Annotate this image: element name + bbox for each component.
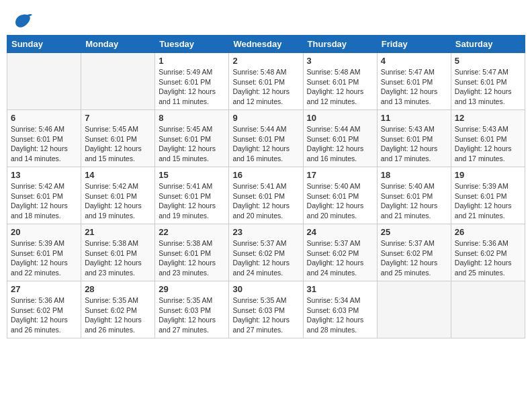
calendar-week-row: 27Sunrise: 5:36 AMSunset: 6:02 PMDayligh… xyxy=(7,281,525,338)
day-info: Sunrise: 5:45 AMSunset: 6:01 PMDaylight:… xyxy=(85,124,151,164)
calendar-cell xyxy=(377,281,451,338)
day-number: 24 xyxy=(307,227,373,237)
day-number: 9 xyxy=(232,113,299,123)
day-info: Sunrise: 5:47 AMSunset: 6:01 PMDaylight:… xyxy=(381,67,447,107)
day-number: 21 xyxy=(85,227,151,237)
column-header-wednesday: Wednesday xyxy=(229,36,303,53)
day-number: 8 xyxy=(159,113,225,123)
calendar-cell: 11Sunrise: 5:43 AMSunset: 6:01 PMDayligh… xyxy=(377,110,451,167)
day-number: 5 xyxy=(455,56,521,66)
calendar-cell: 5Sunrise: 5:47 AMSunset: 6:01 PMDaylight… xyxy=(451,53,525,110)
calendar-cell: 6Sunrise: 5:46 AMSunset: 6:01 PMDaylight… xyxy=(7,110,81,167)
page-header xyxy=(7,7,525,32)
day-info: Sunrise: 5:42 AMSunset: 6:01 PMDaylight:… xyxy=(85,181,151,221)
calendar-cell: 30Sunrise: 5:35 AMSunset: 6:03 PMDayligh… xyxy=(229,281,303,338)
day-number: 28 xyxy=(85,284,151,294)
calendar-table: SundayMondayTuesdayWednesdayThursdayFrid… xyxy=(7,35,525,338)
calendar-cell: 31Sunrise: 5:34 AMSunset: 6:03 PMDayligh… xyxy=(303,281,377,338)
calendar-cell: 10Sunrise: 5:44 AMSunset: 6:01 PMDayligh… xyxy=(303,110,377,167)
day-info: Sunrise: 5:36 AMSunset: 6:02 PMDaylight:… xyxy=(11,295,77,335)
calendar-cell: 13Sunrise: 5:42 AMSunset: 6:01 PMDayligh… xyxy=(7,167,81,224)
day-info: Sunrise: 5:48 AMSunset: 6:01 PMDaylight:… xyxy=(232,67,299,107)
day-info: Sunrise: 5:40 AMSunset: 6:01 PMDaylight:… xyxy=(307,181,373,221)
day-number: 15 xyxy=(159,170,225,180)
day-info: Sunrise: 5:41 AMSunset: 6:01 PMDaylight:… xyxy=(232,181,299,221)
day-number: 17 xyxy=(307,170,373,180)
calendar-cell: 29Sunrise: 5:35 AMSunset: 6:03 PMDayligh… xyxy=(155,281,229,338)
day-info: Sunrise: 5:41 AMSunset: 6:01 PMDaylight:… xyxy=(159,181,225,221)
calendar-cell xyxy=(81,53,155,110)
calendar-cell: 3Sunrise: 5:48 AMSunset: 6:01 PMDaylight… xyxy=(303,53,377,110)
day-number: 19 xyxy=(455,170,521,180)
day-info: Sunrise: 5:49 AMSunset: 6:01 PMDaylight:… xyxy=(159,67,225,107)
day-info: Sunrise: 5:43 AMSunset: 6:01 PMDaylight:… xyxy=(455,124,521,164)
column-header-thursday: Thursday xyxy=(303,36,377,53)
day-number: 1 xyxy=(159,56,225,66)
day-info: Sunrise: 5:35 AMSunset: 6:03 PMDaylight:… xyxy=(232,295,299,335)
day-info: Sunrise: 5:37 AMSunset: 6:02 PMDaylight:… xyxy=(307,238,373,278)
day-number: 7 xyxy=(85,113,151,123)
day-info: Sunrise: 5:38 AMSunset: 6:01 PMDaylight:… xyxy=(85,238,151,278)
day-number: 25 xyxy=(381,227,447,237)
day-number: 27 xyxy=(11,284,77,294)
calendar-cell: 22Sunrise: 5:38 AMSunset: 6:01 PMDayligh… xyxy=(155,224,229,281)
day-info: Sunrise: 5:35 AMSunset: 6:03 PMDaylight:… xyxy=(159,295,225,335)
calendar-cell: 27Sunrise: 5:36 AMSunset: 6:02 PMDayligh… xyxy=(7,281,81,338)
day-number: 18 xyxy=(381,170,447,180)
day-number: 10 xyxy=(307,113,373,123)
day-info: Sunrise: 5:37 AMSunset: 6:02 PMDaylight:… xyxy=(232,238,299,278)
day-info: Sunrise: 5:39 AMSunset: 6:01 PMDaylight:… xyxy=(11,238,77,278)
column-header-saturday: Saturday xyxy=(451,36,525,53)
column-header-monday: Monday xyxy=(81,36,155,53)
day-number: 29 xyxy=(159,284,225,294)
calendar-cell: 24Sunrise: 5:37 AMSunset: 6:02 PMDayligh… xyxy=(303,224,377,281)
day-number: 22 xyxy=(159,227,225,237)
day-info: Sunrise: 5:40 AMSunset: 6:01 PMDaylight:… xyxy=(381,181,447,221)
calendar-cell xyxy=(7,53,81,110)
day-info: Sunrise: 5:42 AMSunset: 6:01 PMDaylight:… xyxy=(11,181,77,221)
calendar-cell: 12Sunrise: 5:43 AMSunset: 6:01 PMDayligh… xyxy=(451,110,525,167)
day-number: 3 xyxy=(307,56,373,66)
day-number: 30 xyxy=(232,284,299,294)
calendar-cell: 14Sunrise: 5:42 AMSunset: 6:01 PMDayligh… xyxy=(81,167,155,224)
calendar-header-row: SundayMondayTuesdayWednesdayThursdayFrid… xyxy=(7,36,525,53)
logo xyxy=(13,13,35,28)
calendar-cell: 9Sunrise: 5:44 AMSunset: 6:01 PMDaylight… xyxy=(229,110,303,167)
day-number: 13 xyxy=(11,170,77,180)
column-header-sunday: Sunday xyxy=(7,36,81,53)
calendar-week-row: 13Sunrise: 5:42 AMSunset: 6:01 PMDayligh… xyxy=(7,167,525,224)
day-info: Sunrise: 5:44 AMSunset: 6:01 PMDaylight:… xyxy=(232,124,299,164)
calendar-week-row: 6Sunrise: 5:46 AMSunset: 6:01 PMDaylight… xyxy=(7,110,525,167)
day-info: Sunrise: 5:47 AMSunset: 6:01 PMDaylight:… xyxy=(455,67,521,107)
column-header-friday: Friday xyxy=(377,36,451,53)
day-number: 23 xyxy=(232,227,299,237)
day-info: Sunrise: 5:35 AMSunset: 6:02 PMDaylight:… xyxy=(85,295,151,335)
day-number: 2 xyxy=(232,56,299,66)
day-number: 11 xyxy=(381,113,447,123)
calendar-cell: 25Sunrise: 5:37 AMSunset: 6:02 PMDayligh… xyxy=(377,224,451,281)
calendar-week-row: 20Sunrise: 5:39 AMSunset: 6:01 PMDayligh… xyxy=(7,224,525,281)
calendar-cell: 21Sunrise: 5:38 AMSunset: 6:01 PMDayligh… xyxy=(81,224,155,281)
day-info: Sunrise: 5:43 AMSunset: 6:01 PMDaylight:… xyxy=(381,124,447,164)
calendar-cell: 1Sunrise: 5:49 AMSunset: 6:01 PMDaylight… xyxy=(155,53,229,110)
calendar-cell: 2Sunrise: 5:48 AMSunset: 6:01 PMDaylight… xyxy=(229,53,303,110)
day-info: Sunrise: 5:46 AMSunset: 6:01 PMDaylight:… xyxy=(11,124,77,164)
calendar-week-row: 1Sunrise: 5:49 AMSunset: 6:01 PMDaylight… xyxy=(7,53,525,110)
logo-bird-icon xyxy=(13,13,32,28)
calendar-cell: 7Sunrise: 5:45 AMSunset: 6:01 PMDaylight… xyxy=(81,110,155,167)
day-number: 12 xyxy=(455,113,521,123)
day-info: Sunrise: 5:48 AMSunset: 6:01 PMDaylight:… xyxy=(307,67,373,107)
column-header-tuesday: Tuesday xyxy=(155,36,229,53)
calendar-cell: 19Sunrise: 5:39 AMSunset: 6:01 PMDayligh… xyxy=(451,167,525,224)
day-info: Sunrise: 5:34 AMSunset: 6:03 PMDaylight:… xyxy=(307,295,373,335)
calendar-cell: 17Sunrise: 5:40 AMSunset: 6:01 PMDayligh… xyxy=(303,167,377,224)
day-info: Sunrise: 5:38 AMSunset: 6:01 PMDaylight:… xyxy=(159,238,225,278)
day-info: Sunrise: 5:45 AMSunset: 6:01 PMDaylight:… xyxy=(159,124,225,164)
calendar-cell: 20Sunrise: 5:39 AMSunset: 6:01 PMDayligh… xyxy=(7,224,81,281)
day-number: 26 xyxy=(455,227,521,237)
day-info: Sunrise: 5:39 AMSunset: 6:01 PMDaylight:… xyxy=(455,181,521,221)
day-number: 4 xyxy=(381,56,447,66)
calendar-cell xyxy=(451,281,525,338)
day-number: 16 xyxy=(232,170,299,180)
day-info: Sunrise: 5:37 AMSunset: 6:02 PMDaylight:… xyxy=(381,238,447,278)
